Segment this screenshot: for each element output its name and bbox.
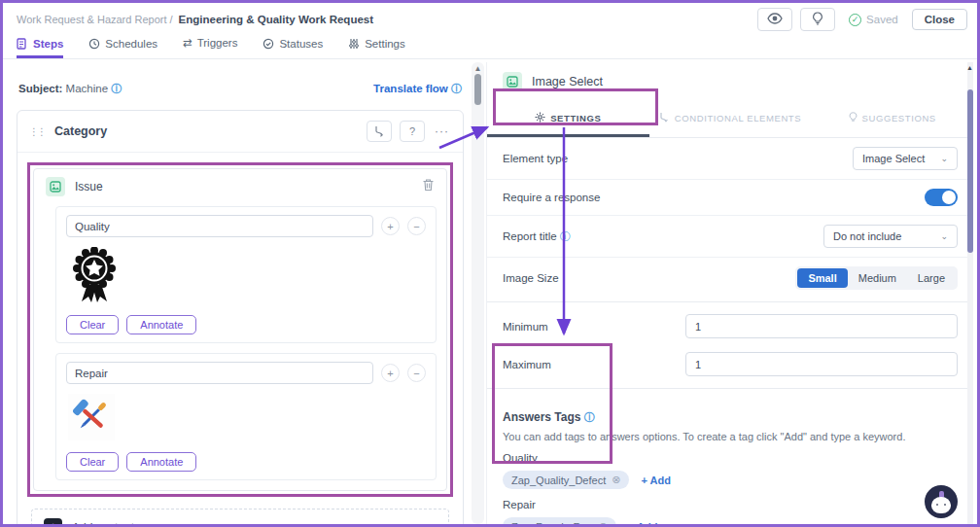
report-title-row: Report title ⓘ Do not include ⌄: [487, 216, 973, 258]
tab-triggers[interactable]: ⇄ Triggers: [183, 36, 237, 58]
annotation-box-issue-element: Issue + −: [27, 162, 453, 497]
minimum-row: Minimum: [487, 301, 973, 345]
image-select-element[interactable]: Issue + −: [33, 168, 447, 491]
maximum-input[interactable]: [685, 352, 958, 376]
left-panel-scrollbar[interactable]: ▲: [472, 62, 484, 524]
require-response-label: Require a response: [503, 192, 600, 203]
element-type-value: Image Select: [862, 153, 925, 164]
triggers-icon: ⇄: [183, 36, 192, 50]
clear-button[interactable]: Clear: [66, 315, 119, 334]
image-size-label: Image Size: [503, 272, 559, 284]
minimum-label: Minimum: [503, 321, 685, 333]
tab-settings[interactable]: Settings: [348, 38, 405, 58]
require-response-toggle[interactable]: [925, 189, 958, 206]
more-options-button[interactable]: ···: [433, 124, 451, 138]
flow-canvas-panel: Subject: Machine ⓘ Translate flow ⓘ ⋮⋮ C…: [11, 62, 470, 524]
clear-button[interactable]: Clear: [66, 452, 119, 472]
add-option-button[interactable]: +: [381, 217, 400, 235]
require-response-row: Require a response: [487, 180, 973, 216]
scroll-up-icon[interactable]: ▲: [472, 62, 484, 73]
answers-tags-info-icon[interactable]: ⓘ: [584, 411, 595, 423]
element-type-label: Element type: [503, 153, 568, 164]
tab-schedules[interactable]: Schedules: [88, 38, 158, 58]
delete-element-button[interactable]: [422, 178, 435, 195]
report-title-value: Do not include: [833, 230, 901, 242]
tab-label: SETTINGS: [550, 113, 601, 123]
report-title-label: Report title: [503, 230, 557, 242]
option-label-input[interactable]: [66, 362, 373, 384]
element-settings-panel: Image Select SETTINGS CONDITIONAL ELEMEN…: [486, 62, 973, 524]
step-title[interactable]: Category: [54, 124, 357, 138]
tab-label: CONDITIONAL ELEMENTS: [675, 113, 801, 123]
close-button[interactable]: Close: [912, 9, 967, 30]
tag-pill-repair[interactable]: Zap_Repair_Req ⊗: [503, 517, 616, 524]
answers-tags-title: Answers Tags: [503, 410, 580, 424]
tab-conditional-elements[interactable]: CONDITIONAL ELEMENTS: [649, 103, 812, 137]
option-label-input[interactable]: [66, 215, 373, 237]
option-image-repair[interactable]: [68, 394, 426, 444]
add-tag-link[interactable]: + Add: [641, 474, 670, 486]
translate-flow-link[interactable]: Translate flow ⓘ: [373, 82, 462, 96]
option-image-quality[interactable]: [68, 247, 426, 307]
scrollbar-thumb[interactable]: [474, 74, 481, 105]
tag-text: Zap_Repair_Req: [511, 521, 593, 525]
tab-suggestions[interactable]: SUGGESTIONS: [811, 103, 973, 137]
gear-icon: [535, 112, 545, 124]
drag-handle-icon[interactable]: ⋮⋮: [29, 126, 45, 137]
remove-option-button[interactable]: −: [407, 217, 426, 235]
branch-logic-button[interactable]: [367, 121, 392, 142]
tag-group-label: Quality: [503, 452, 958, 464]
tag-group-label: Repair: [503, 499, 958, 510]
clock-icon: [88, 38, 100, 50]
add-option-button[interactable]: +: [381, 364, 400, 382]
step-card-category: ⋮⋮ Category ? ···: [17, 110, 464, 524]
conditional-branch-icon: [659, 112, 670, 124]
lightbulb-icon: [849, 112, 858, 124]
tab-steps-label: Steps: [33, 38, 63, 50]
remove-tag-icon[interactable]: ⊗: [612, 474, 620, 486]
header-bar: Work Request & Hazard Report / Engineeri…: [3, 3, 977, 32]
status-check-icon: [262, 38, 274, 50]
element-type-select[interactable]: Image Select ⌄: [853, 147, 958, 170]
tag-pill-quality[interactable]: Zap_Quality_Defect ⊗: [503, 471, 629, 489]
breadcrumb: Work Request & Hazard Report / Engineeri…: [17, 14, 373, 25]
report-title-info-icon[interactable]: ⓘ: [560, 230, 571, 242]
answer-option-quality: + −: [55, 206, 437, 343]
tab-steps[interactable]: Steps: [17, 38, 63, 58]
translate-info-icon[interactable]: ⓘ: [451, 83, 462, 94]
remove-tag-icon[interactable]: ⊗: [599, 520, 608, 524]
element-title[interactable]: Issue: [75, 180, 412, 193]
maximum-row: Maximum: [487, 345, 973, 389]
tag-text: Zap_Quality_Defect: [511, 474, 606, 486]
answers-tags-description: You can add tags to answers options. To …: [503, 431, 958, 442]
translate-flow-label: Translate flow: [373, 83, 448, 94]
preview-button[interactable]: [757, 8, 792, 31]
add-content-button[interactable]: + Add content: [31, 509, 449, 524]
tab-statuses[interactable]: Statuses: [262, 38, 323, 58]
scrollbar-thumb[interactable]: [967, 89, 973, 253]
ideas-button[interactable]: [800, 8, 835, 31]
size-large-button[interactable]: Large: [907, 268, 956, 288]
maximum-label: Maximum: [503, 359, 685, 370]
eye-icon: [767, 13, 783, 27]
subject-info-icon[interactable]: ⓘ: [111, 83, 122, 94]
annotate-button[interactable]: Annotate: [126, 315, 196, 334]
sliders-icon: [348, 38, 360, 50]
annotate-button[interactable]: Annotate: [126, 452, 196, 472]
breadcrumb-root[interactable]: Work Request & Hazard Report /: [17, 14, 173, 25]
size-small-button[interactable]: Small: [797, 268, 847, 288]
minimum-input[interactable]: [685, 314, 958, 338]
add-tag-link[interactable]: + Add: [628, 521, 657, 525]
image-size-row: Image Size Small Medium Large: [487, 258, 973, 301]
report-title-select[interactable]: Do not include ⌄: [823, 225, 958, 248]
app-window: Work Request & Hazard Report / Engineeri…: [0, 0, 980, 527]
chevron-down-icon: ⌄: [940, 231, 948, 241]
assistant-avatar[interactable]: [925, 485, 958, 518]
tab-label: SUGGESTIONS: [862, 113, 936, 123]
remove-option-button[interactable]: −: [407, 364, 426, 382]
hammer-screwdriver-icon: [68, 394, 115, 440]
scroll-up-icon[interactable]: ▲: [966, 64, 973, 71]
tab-element-settings[interactable]: SETTINGS: [487, 103, 649, 137]
help-button[interactable]: ?: [400, 121, 425, 142]
size-medium-button[interactable]: Medium: [848, 268, 907, 288]
